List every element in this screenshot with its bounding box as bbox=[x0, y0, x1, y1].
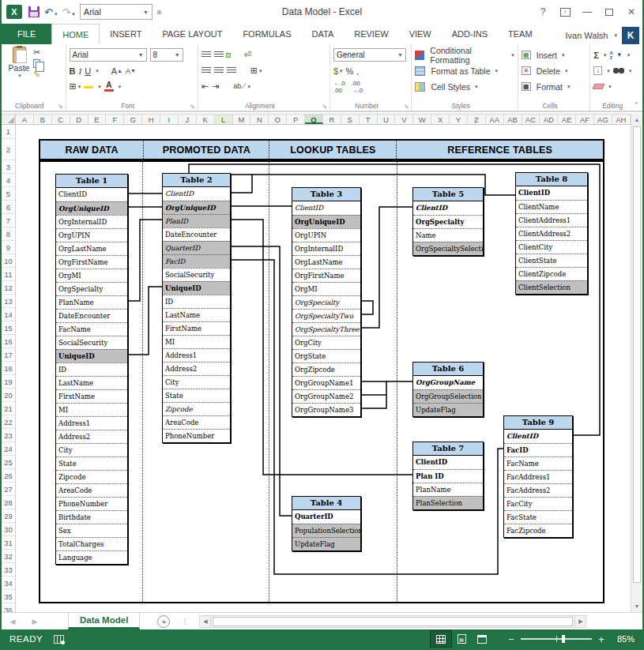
maximize-button[interactable] bbox=[598, 0, 620, 24]
zoom-in-button[interactable]: + bbox=[595, 633, 608, 645]
column-header-AD[interactable]: AD bbox=[540, 115, 558, 124]
tab-file[interactable]: FILE bbox=[2, 24, 51, 44]
sort-filter-icon[interactable]: AZ bbox=[609, 51, 612, 60]
entity-table-9[interactable]: Table 9ClientIDFacIDFacNameFacAddress1Fa… bbox=[503, 415, 573, 538]
entity-table-5[interactable]: Table 5ClientIDOrgSpecialtyNameOrgSpecia… bbox=[412, 187, 484, 256]
percent-style-icon[interactable]: % bbox=[346, 66, 354, 76]
column-header-F[interactable]: F bbox=[106, 115, 124, 124]
decrease-decimal-icon[interactable]: .00→.0 bbox=[352, 80, 363, 94]
increase-indent-icon[interactable]: ⇥ bbox=[212, 81, 219, 92]
entity-table-7[interactable]: Table 7ClientIDPlan IDPlanNamePlanSelect… bbox=[412, 441, 484, 510]
align-center-icon[interactable] bbox=[214, 67, 224, 74]
sheet-nav-left-icon[interactable]: ◀ bbox=[2, 618, 24, 626]
zoom-slider-thumb[interactable] bbox=[562, 635, 565, 643]
cell-styles-button[interactable]: Cell Styles▾ bbox=[415, 79, 514, 94]
delete-button[interactable]: ✕ Delete▾ bbox=[522, 63, 587, 78]
increase-font-size-button[interactable]: A▲ bbox=[111, 66, 122, 76]
column-header-C[interactable]: C bbox=[52, 115, 70, 124]
normal-view-button[interactable] bbox=[431, 631, 451, 647]
minimize-button[interactable]: — bbox=[576, 0, 598, 24]
paste-button[interactable]: Paste ▾ bbox=[5, 47, 33, 80]
clipboard-dialog-launcher[interactable]: ⇘ bbox=[58, 103, 63, 110]
column-header-Q[interactable]: Q bbox=[305, 115, 323, 124]
top-align-icon[interactable] bbox=[201, 51, 211, 58]
insert-button[interactable]: ▦ Insert▾ bbox=[522, 47, 587, 62]
column-header-K[interactable]: K bbox=[197, 115, 215, 124]
number-dialog-launcher[interactable]: ⇘ bbox=[404, 103, 409, 110]
undo-icon[interactable]: ↶▾ bbox=[44, 6, 57, 18]
column-header-N[interactable]: N bbox=[250, 115, 269, 124]
clear-icon[interactable] bbox=[593, 84, 605, 89]
ribbon-display-options-button[interactable]: ↑ bbox=[554, 0, 576, 24]
collapse-ribbon-icon[interactable]: ⌃ bbox=[633, 101, 639, 109]
column-header-U[interactable]: U bbox=[378, 115, 396, 124]
column-header-AF[interactable]: AF bbox=[576, 115, 594, 124]
zoom-slider[interactable] bbox=[521, 638, 592, 640]
autosum-button[interactable]: Σ bbox=[593, 51, 599, 60]
column-header-M[interactable]: M bbox=[233, 115, 251, 124]
column-header-D[interactable]: D bbox=[70, 115, 89, 124]
column-header-H[interactable]: H bbox=[142, 115, 160, 124]
column-header-L[interactable]: L bbox=[215, 115, 233, 124]
wrap-text-icon[interactable]: ⏎ bbox=[244, 50, 251, 60]
column-header-J[interactable]: J bbox=[179, 115, 197, 124]
redo-icon[interactable]: ↷▾ bbox=[62, 6, 74, 18]
format-as-table-button[interactable]: Format as Table▾ bbox=[415, 63, 514, 78]
user-avatar[interactable]: K bbox=[622, 27, 639, 44]
column-header-AH[interactable]: AH bbox=[612, 115, 631, 124]
find-select-icon[interactable] bbox=[613, 67, 624, 74]
page-break-view-button[interactable] bbox=[472, 631, 492, 647]
column-header-AB[interactable]: AB bbox=[504, 115, 522, 124]
sheet-nav-right-icon[interactable]: ▶ bbox=[24, 618, 46, 626]
user-name[interactable]: Ivan Walsh bbox=[565, 31, 608, 40]
column-header-S[interactable]: S bbox=[341, 115, 360, 124]
page-layout-view-button[interactable]: ▤ bbox=[451, 631, 472, 647]
column-header-Y[interactable]: Y bbox=[450, 115, 468, 124]
macro-record-icon[interactable] bbox=[54, 635, 64, 644]
align-left-icon[interactable] bbox=[201, 67, 211, 74]
qat-customize-icon[interactable]: ≡ bbox=[157, 8, 162, 17]
scroll-left-icon[interactable]: ◀ bbox=[199, 615, 211, 628]
column-header-B[interactable]: B bbox=[34, 115, 52, 124]
tab-view[interactable]: VIEW bbox=[399, 24, 442, 44]
tab-data[interactable]: DATA bbox=[302, 24, 345, 44]
format-button[interactable]: ▦ Format▾ bbox=[522, 79, 587, 94]
column-header-Z[interactable]: Z bbox=[468, 115, 486, 124]
scroll-down-icon[interactable]: ▼ bbox=[631, 600, 642, 612]
column-header-I[interactable]: I bbox=[160, 115, 179, 124]
number-format-combo[interactable]: General▼ bbox=[333, 48, 406, 62]
zoom-out-button[interactable]: − bbox=[505, 633, 518, 645]
tab-page-layout[interactable]: PAGE LAYOUT bbox=[152, 24, 232, 44]
column-header-AA[interactable]: AA bbox=[486, 115, 504, 124]
help-button[interactable]: ? bbox=[532, 0, 554, 24]
borders-button[interactable]: ⊞▾ bbox=[70, 81, 81, 92]
column-header-W[interactable]: W bbox=[413, 115, 431, 124]
column-header-A[interactable]: A bbox=[16, 115, 34, 124]
italic-button[interactable]: I bbox=[79, 66, 82, 76]
cut-icon[interactable]: ✂ bbox=[33, 47, 40, 58]
save-icon[interactable] bbox=[28, 6, 40, 17]
tab-formulas[interactable]: FORMULAS bbox=[232, 24, 301, 44]
entity-table-3[interactable]: Table 3ClientIDOrgUniqueIDOrgUPINOrgInte… bbox=[292, 187, 361, 417]
horizontal-scrollbar[interactable]: ◀ ▶ bbox=[199, 615, 586, 628]
entity-table-4[interactable]: Table 4QuarterIDPopulationSelectionUpdat… bbox=[292, 496, 361, 551]
column-header-AE[interactable]: AE bbox=[558, 115, 576, 124]
sheet-tab-options-icon[interactable]: ⋮ bbox=[181, 617, 190, 626]
align-right-icon[interactable] bbox=[227, 67, 236, 74]
entity-table-2[interactable]: Table 2ClientIDOrgUniqueIDPlanIDDateEnco… bbox=[162, 173, 231, 443]
qat-font-combo[interactable]: Arial ▼ bbox=[80, 4, 153, 20]
copy-icon[interactable] bbox=[33, 59, 40, 68]
comma-style-icon[interactable]: , bbox=[356, 66, 359, 76]
font-color-button[interactable]: A bbox=[104, 81, 114, 92]
close-button[interactable]: ✕ bbox=[620, 0, 642, 24]
column-header-R[interactable]: R bbox=[323, 115, 341, 124]
merge-center-icon[interactable]: ⊞▾ bbox=[250, 66, 262, 76]
font-dialog-launcher[interactable]: ⇘ bbox=[190, 103, 195, 110]
bottom-align-icon[interactable] bbox=[227, 54, 230, 57]
column-header-E[interactable]: E bbox=[89, 115, 107, 124]
sheet-tab-data-model[interactable]: Data Model bbox=[68, 613, 140, 629]
tab-insert[interactable]: INSERT bbox=[100, 24, 152, 44]
increase-decimal-icon[interactable]: ←.0.00 bbox=[333, 80, 345, 94]
scroll-up-icon[interactable]: ▲ bbox=[631, 114, 642, 126]
sheet-canvas[interactable]: 1234567891011121314151617181920212223242… bbox=[2, 125, 634, 612]
